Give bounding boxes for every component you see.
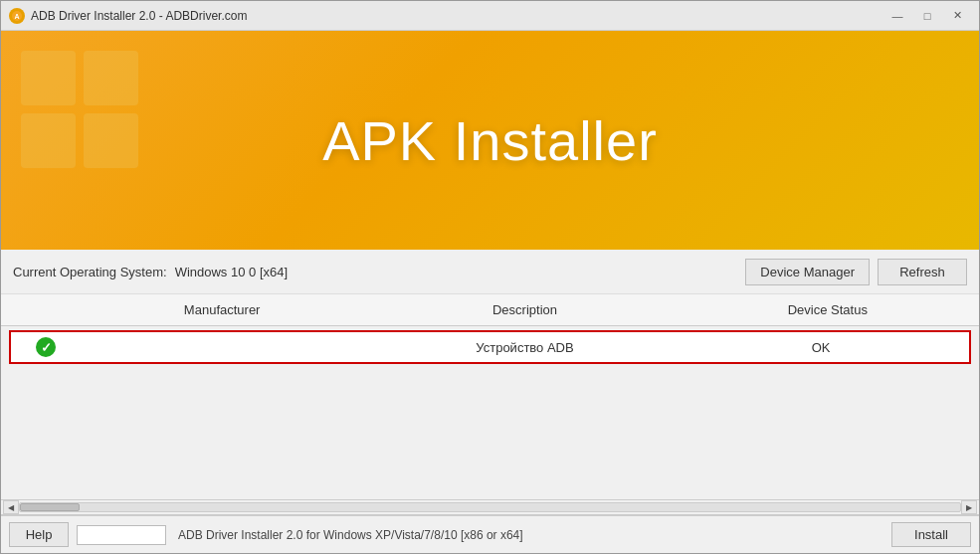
app-icon: A [9,8,25,24]
col-description: Description [373,298,676,321]
table-header: Manufacturer Description Device Status [1,294,979,326]
horizontal-scrollbar[interactable]: ◀ ▶ [1,499,979,515]
scroll-left-button[interactable]: ◀ [3,500,19,514]
table-row[interactable]: ✓ Устройство ADB OK [9,330,971,364]
check-circle-icon: ✓ [36,337,56,357]
progress-bar-container [77,525,166,545]
window-title: ADB Driver Installer 2.0 - ADBDriver.com [31,9,883,23]
col-status-icon [1,298,71,321]
col-manufacturer: Manufacturer [71,298,373,321]
row-manufacturer [81,342,377,352]
maximize-button[interactable]: □ [913,6,941,26]
banner-square-4 [84,113,138,168]
minimize-button[interactable]: — [883,6,911,26]
table-area: Manufacturer Description Device Status ✓… [1,294,979,515]
banner-title: APK Installer [322,108,658,173]
main-window: A ADB Driver Installer 2.0 - ADBDriver.c… [0,0,980,554]
svg-text:A: A [14,13,19,20]
status-text: ADB Driver Installer 2.0 for Windows XP/… [174,528,883,542]
banner-square-1 [21,51,76,105]
os-value: Windows 10 0 [x64] [175,265,288,279]
banner: APK Installer [1,31,979,250]
refresh-button[interactable]: Refresh [878,259,967,285]
title-bar: A ADB Driver Installer 2.0 - ADBDriver.c… [1,1,979,31]
os-label: Current Operating System: [13,265,167,279]
info-bar: Current Operating System: Windows 10 0 [… [1,250,979,294]
banner-decoration [21,51,138,168]
banner-square-2 [84,51,138,105]
table-body: ✓ Устройство ADB OK [1,326,979,499]
scrollbar-thumb[interactable] [20,503,80,511]
row-device-status: OK [673,335,969,360]
device-manager-button[interactable]: Device Manager [745,259,870,285]
status-bar: Help ADB Driver Installer 2.0 for Window… [1,515,979,553]
install-button[interactable]: Install [891,522,971,547]
banner-square-3 [21,113,76,168]
row-description: Устройство ADB [377,335,674,360]
close-button[interactable]: ✕ [943,6,971,26]
scroll-right-button[interactable]: ▶ [961,500,977,514]
help-button[interactable]: Help [9,522,69,547]
col-device-status: Device Status [677,298,979,321]
window-controls: — □ ✕ [883,6,971,26]
row-status-icon: ✓ [11,332,81,362]
scrollbar-track[interactable] [19,502,961,512]
